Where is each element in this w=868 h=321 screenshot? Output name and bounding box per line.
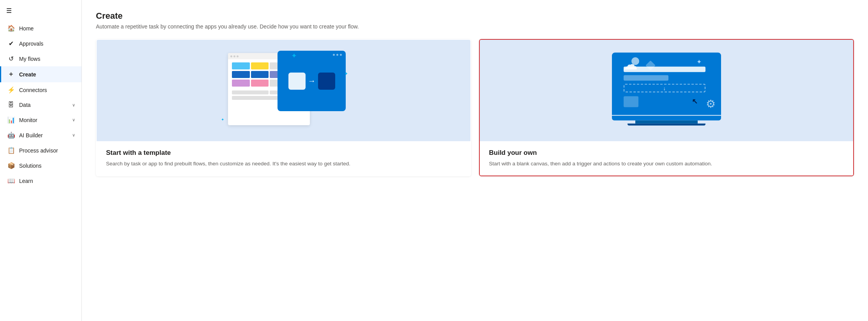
page-title: Create	[96, 11, 854, 21]
page-subtitle: Automate a repetitive task by connecting…	[96, 23, 854, 30]
build-illustration: ☁ ✦ ↓	[600, 48, 733, 133]
sidebar-label-monitor: Monitor	[19, 117, 37, 123]
sidebar-item-monitor[interactable]: 📊 Monitor ∨	[0, 112, 81, 128]
sidebar-label-connectors: Connectors	[19, 87, 47, 93]
sidebar-item-learn[interactable]: 📖 Learn	[0, 173, 81, 188]
sidebar-label-approvals: Approvals	[19, 41, 43, 47]
sidebar-item-my-flows[interactable]: ↺ My flows	[0, 51, 81, 66]
build-card-image: ☁ ✦ ↓	[480, 40, 854, 141]
build-card-body: Build your own Start with a blank canvas…	[480, 141, 854, 176]
laptop: ☁ ✦ ↓	[612, 53, 721, 126]
sidebar-item-home[interactable]: 🏠 Home	[0, 21, 81, 36]
hamburger-button[interactable]: ☰	[0, 3, 81, 21]
laptop-stand	[635, 121, 698, 124]
sidebar-item-process-advisor[interactable]: 📋 Process advisor	[0, 143, 81, 158]
sidebar-item-ai-builder[interactable]: 🤖 AI Builder ∨	[0, 128, 81, 143]
sidebar-label-home: Home	[19, 25, 34, 32]
monitor-chevron: ∨	[72, 117, 75, 122]
laptop-base	[612, 116, 721, 121]
hamburger-icon: ☰	[6, 7, 12, 14]
cards-row: → ✦ ✦ ✦	[96, 39, 854, 176]
home-icon: 🏠	[7, 25, 14, 32]
sidebar-label-process-advisor: Process advisor	[19, 147, 58, 154]
build-card-title: Build your own	[489, 149, 844, 157]
build-card[interactable]: ☁ ✦ ↓	[479, 39, 854, 176]
sidebar-item-solutions[interactable]: 📦 Solutions	[0, 158, 81, 173]
solutions-icon: 📦	[7, 162, 14, 169]
main-content: Create Automate a repetitive task by con…	[82, 0, 868, 321]
ai-builder-chevron: ∨	[72, 133, 75, 138]
template-card-title: Start with a template	[106, 149, 461, 157]
sidebar-item-connectors[interactable]: ⚡ Connectors	[0, 82, 81, 98]
sidebar-label-data: Data	[19, 102, 31, 108]
laptop-screen: ☁ ✦ ↓	[612, 53, 721, 115]
laptop-foot	[628, 124, 705, 126]
build-card-desc: Start with a blank canvas, then add a tr…	[489, 160, 844, 168]
my-flows-icon: ↺	[7, 55, 14, 62]
template-card-desc: Search by task or app to find prebuilt f…	[106, 160, 461, 168]
template-card[interactable]: → ✦ ✦ ✦	[96, 39, 471, 176]
sidebar-item-approvals[interactable]: ✔ Approvals	[0, 36, 81, 51]
ai-builder-icon: 🤖	[7, 131, 14, 139]
sidebar-item-create[interactable]: ＋ Create	[0, 66, 81, 82]
sidebar-label-ai-builder: AI Builder	[19, 132, 43, 138]
data-icon: 🗄	[7, 101, 14, 108]
process-advisor-icon: 📋	[7, 147, 14, 154]
create-icon: ＋	[7, 70, 14, 78]
approvals-icon: ✔	[7, 40, 14, 47]
template-illustration: → ✦ ✦ ✦	[217, 48, 350, 133]
template-card-body: Start with a template Search by task or …	[97, 141, 470, 176]
sidebar-label-create: Create	[19, 71, 36, 78]
sidebar-label-my-flows: My flows	[19, 56, 40, 62]
sidebar-item-data[interactable]: 🗄 Data ∨	[0, 98, 81, 112]
learn-icon: 📖	[7, 177, 14, 184]
sidebar-label-solutions: Solutions	[19, 163, 42, 169]
sidebar: ☰ 🏠 Home ✔ Approvals ↺ My flows ＋ Create…	[0, 0, 82, 321]
monitor-icon: 📊	[7, 116, 14, 124]
sidebar-label-learn: Learn	[19, 178, 33, 184]
connectors-icon: ⚡	[7, 86, 14, 94]
data-chevron: ∨	[72, 103, 75, 108]
template-card-image: → ✦ ✦ ✦	[97, 40, 470, 141]
